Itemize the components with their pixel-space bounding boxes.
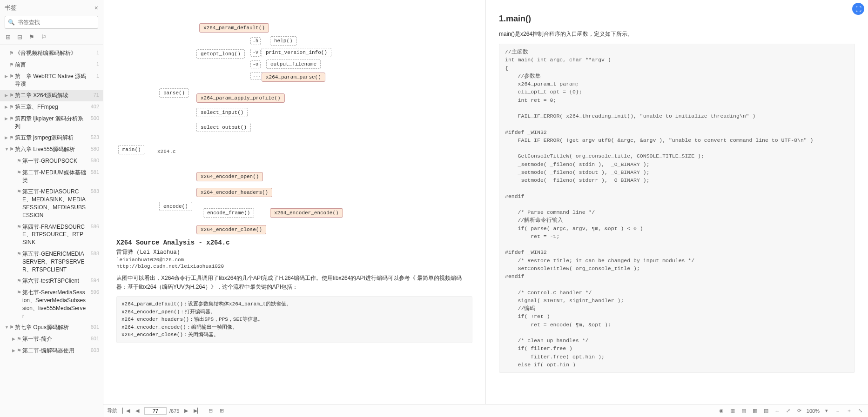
toc-item[interactable]: ⚑第七节-ServerMediaSession、ServerMediaSubse… [0,287,103,322]
flow-opt-o: -o [250,60,261,68]
fit-width-icon[interactable]: ↔ [773,407,781,415]
bookmark-icon: ⚑ [17,278,22,285]
toc-label: 第六节-testRTSPClient [22,277,88,285]
caret-icon[interactable]: ▶ [5,135,9,141]
collapse-panel-icon[interactable]: ⊟ [206,407,215,415]
first-page-icon[interactable]: ▏◀ [122,407,130,415]
flow-enc-headers: x264_encoder_headers() [196,188,272,197]
caret-icon[interactable]: ▶ [12,348,17,354]
prev-page-icon[interactable]: ◀ [133,407,141,415]
toc-page: 1 [88,49,99,56]
view-single-icon[interactable]: ▥ [728,407,737,415]
search-icon: 🔍 [8,19,15,26]
flow-param-default: x264_param_default() [199,23,269,33]
caret-icon[interactable]: ▶ [5,93,9,99]
toc-item[interactable]: ▼⚑第七章 Opus源码解析601 [0,322,103,333]
caret-icon[interactable]: ▶ [5,116,9,122]
toc-page: 71 [88,92,99,99]
section-heading: 1.main() [499,14,855,24]
toc-item[interactable]: ▶⚑第四章 ijkplayer 源码分析系列500 [0,113,103,132]
expand-panel-icon[interactable]: ⊞ [217,407,226,415]
flow-param-parse: x264_param_parse() [262,73,325,82]
page-number-input[interactable] [144,407,167,415]
toc-label: 第二节-编解码器使用 [22,347,88,355]
view-mode-eye-icon[interactable]: ◉ [717,407,726,415]
rotate-icon[interactable]: ⟳ [795,407,804,415]
flow-encode: encode() [159,202,192,211]
toc-label: 第七节-ServerMediaSession、ServerMediaSubses… [22,289,88,320]
toc-item[interactable]: ▶⚑第二节-编解码器使用603 [0,345,103,357]
toc-item[interactable]: ⚑第五节-GENERICMEDIASERVER、RTSPSERVER、RTSPC… [0,248,103,275]
close-icon[interactable]: × [94,4,98,12]
toc-item[interactable]: ▶⚑第三章、FFmpeg402 [0,101,103,113]
toc-page: 588 [88,250,99,257]
toc-item[interactable]: ⚑第一节-GROUPSOCK580 [0,155,103,167]
bookmark-add-icon[interactable]: ⚑ [29,33,34,40]
toc-page: 596 [88,289,99,296]
toc-page: 580 [88,157,99,164]
api-list-code: x264_param_default()：设置参数集结构体x264_param_… [116,296,472,343]
bookmark-alt-icon[interactable]: ⚐ [41,33,47,40]
page-left: main() parse() encode() x264.c x264_para… [103,0,486,417]
flow-enc-open: x264_encoder_open() [196,172,263,181]
bookmark-icon: ⚑ [9,115,15,122]
zoom-dropdown-icon[interactable]: ▾ [822,407,831,415]
search-input[interactable]: 🔍 [5,16,98,29]
search-field[interactable] [17,17,95,27]
toc-item[interactable]: ▶⚑第一章 WebRTC Native 源码导读1 [0,71,103,90]
fullscreen-icon[interactable]: ⤡ [856,407,864,415]
expand-all-icon[interactable]: ⊞ [6,33,11,40]
fit-page-icon[interactable]: ⤢ [784,407,793,415]
source-author: 雷霄骅 (Lei Xiaohua) [116,248,472,256]
caret-icon[interactable]: ▶ [5,104,9,110]
nav-label: 导航 [107,407,117,414]
toc-item[interactable]: ⚑第六节-testRTSPClient594 [0,275,103,287]
toc-list[interactable]: ⚑《音视频精编源码解析》1⚑前言1▶⚑第一章 WebRTC Native 源码导… [0,45,103,417]
toc-item[interactable]: ⚑第三节-MEDIASOURCE、MEDIASINK、MEDIASESSION、… [0,186,103,221]
screenshot-fab-icon[interactable]: ⛶ [852,3,864,15]
toc-item[interactable]: ▶⚑第二章 X264源码解读71 [0,90,103,101]
body-paragraph: 从图中可以看出，X264命令行工具调用了libx264的几个API完成了H.26… [116,274,472,291]
toc-page: 500 [88,115,99,122]
toc-label: 第一节-简介 [22,335,88,343]
toc-item[interactable]: ▼⚑第六章 Live555源码解析580 [0,144,103,155]
caret-icon[interactable]: ▶ [5,73,9,79]
toc-label: 第三章、FFmpeg [15,103,88,111]
caret-icon[interactable]: ▶ [12,336,17,342]
sidebar-title: 书签 [5,4,17,12]
view-book-icon[interactable]: ▧ [762,407,770,415]
toc-item[interactable]: ⚑《音视频精编源码解析》1 [0,47,103,59]
toc-page: 603 [88,347,99,354]
toc-label: 第四章 ijkplayer 源码分析系列 [15,115,88,131]
toc-page: 402 [88,103,99,110]
flow-out-file: output_filename [266,60,321,69]
flow-main: main() [118,145,145,154]
toc-label: 第二节-MEDIUM媒体基础类 [22,169,88,185]
bookmark-icon: ⚑ [9,50,15,57]
caret-icon[interactable]: ▼ [5,324,9,331]
bookmark-icon: ⚑ [17,347,22,354]
toc-item[interactable]: ⚑第四节-FRAMEDSOURCE、RTPSOURCE、RTPSINK586 [0,221,103,248]
flow-getopt: getopt_long() [196,49,245,59]
toc-page: 586 [88,223,99,230]
bookmark-icon: ⚑ [9,92,15,99]
last-page-icon[interactable]: ▶▏ [193,407,202,415]
toc-page: 594 [88,277,99,284]
toc-item[interactable]: ▶⚑第一节-简介601 [0,333,103,345]
bookmark-icon: ⚑ [9,104,15,111]
toc-item[interactable]: ⚑前言1 [0,59,103,71]
view-facing-icon[interactable]: ▦ [751,407,759,415]
view-continuous-icon[interactable]: ▤ [740,407,748,415]
next-page-icon[interactable]: ▶ [182,407,190,415]
toc-label: 前言 [15,61,88,69]
bookmarks-sidebar: 书签 × 🔍 ⊞ ⊟ ⚑ ⚐ ⚑《音视频精编源码解析》1⚑前言1▶⚑第一章 We… [0,0,103,417]
collapse-all-icon[interactable]: ⊟ [17,33,22,40]
zoom-out-icon[interactable]: − [834,407,842,415]
bookmark-icon: ⚑ [9,61,15,68]
flow-opt-v: -V [250,49,261,57]
toc-page: 601 [88,335,99,342]
toc-item[interactable]: ⚑第二节-MEDIUM媒体基础类581 [0,167,103,186]
toc-item[interactable]: ▶⚑第五章 jsmpeg源码解析523 [0,132,103,144]
caret-icon[interactable]: ▼ [5,146,9,152]
zoom-in-icon[interactable]: ＋ [845,407,853,415]
